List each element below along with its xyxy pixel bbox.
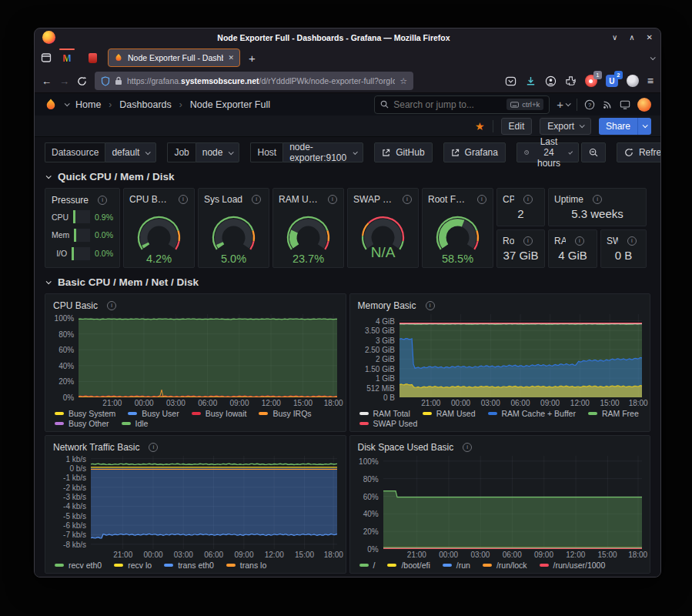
info-icon[interactable]: i — [426, 301, 435, 310]
firefox-view-icon[interactable] — [41, 52, 52, 63]
panel-title[interactable]: Network Traffic Basic — [53, 442, 139, 453]
panel-title[interactable]: Memory Basic — [358, 300, 416, 311]
minimize-button[interactable]: ∨ — [612, 33, 617, 42]
legend-item[interactable]: trans lo — [226, 561, 266, 570]
list-all-tabs-icon[interactable] — [650, 56, 654, 60]
info-icon[interactable]: i — [477, 195, 486, 204]
extension-red-icon[interactable]: 1 — [585, 75, 597, 87]
legend-item[interactable]: RAM Cache + Buffer — [488, 409, 576, 418]
tab-close-icon[interactable]: ✕ — [228, 54, 234, 62]
legend-item[interactable]: /run — [443, 561, 470, 570]
panel-title[interactable]: Root FS Used — [428, 194, 468, 205]
extension-blue-icon[interactable]: U 2 — [606, 75, 618, 87]
add-new-button[interactable]: + — [557, 98, 570, 111]
extensions-puzzle-icon[interactable] — [565, 75, 577, 87]
legend-item[interactable]: /run/lock — [483, 561, 527, 570]
datasource-select[interactable]: default — [105, 142, 156, 162]
legend-item[interactable]: Busy Iowait — [192, 409, 247, 418]
github-link-button[interactable]: GitHub — [374, 142, 432, 162]
lock-icon[interactable] — [115, 76, 122, 85]
info-icon[interactable]: i — [627, 236, 637, 246]
back-button[interactable]: ← — [42, 75, 52, 87]
share-button[interactable]: Share — [599, 118, 637, 135]
legend-item[interactable]: Busy Other — [55, 419, 109, 428]
tab-active[interactable]: Node Exporter Full - Dashbo ✕ — [108, 49, 240, 67]
job-select[interactable]: node — [196, 142, 240, 162]
extension-grey-icon[interactable] — [627, 75, 639, 87]
help-icon[interactable]: ? — [584, 99, 595, 110]
info-icon[interactable]: i — [593, 195, 602, 204]
search-input[interactable] — [393, 99, 502, 110]
time-range-picker[interactable]: Last 24 hours — [516, 142, 579, 162]
section-basic-cpu-mem-net-disk[interactable]: Basic CPU / Mem / Net / Disk — [46, 276, 650, 288]
info-icon[interactable]: i — [403, 195, 412, 204]
info-icon[interactable]: i — [252, 195, 261, 204]
export-button[interactable]: Export — [540, 118, 591, 135]
legend-item[interactable]: SWAP Used — [359, 419, 418, 428]
info-icon[interactable]: i — [523, 195, 533, 204]
zoom-out-button[interactable] — [581, 142, 606, 162]
legend-item[interactable]: / — [359, 561, 376, 570]
section-quick-cpu-mem-disk[interactable]: Quick CPU / Mem / Disk — [46, 171, 650, 182]
grafana-logo-icon[interactable] — [44, 98, 58, 112]
grafana-link-button[interactable]: Grafana — [443, 142, 506, 162]
tracking-shield-icon[interactable] — [101, 76, 110, 86]
edit-button[interactable]: Edit — [501, 118, 533, 135]
legend-item[interactable]: Busy System — [55, 409, 115, 418]
legend-item[interactable]: /boot/efi — [387, 561, 430, 570]
search-box[interactable]: ctrl+k — [374, 95, 550, 114]
info-icon[interactable]: i — [149, 443, 158, 452]
user-avatar[interactable] — [637, 98, 651, 112]
pinned-tab-gmail[interactable]: M — [57, 49, 77, 67]
reload-icon[interactable] — [77, 76, 87, 86]
refresh-button[interactable]: Refresh — [617, 142, 660, 162]
panel-title[interactable]: SWAP Used — [353, 194, 393, 205]
panel-title[interactable]: RAM Total — [554, 236, 566, 246]
panel-title[interactable]: CPU Basic — [53, 300, 98, 311]
monitor-icon[interactable] — [620, 99, 630, 110]
info-icon[interactable]: i — [98, 196, 107, 205]
panel-title[interactable]: RAM Used — [279, 194, 319, 205]
forward-button[interactable]: → — [59, 75, 69, 87]
news-rss-icon[interactable] — [602, 99, 613, 110]
close-button[interactable]: ✕ — [647, 33, 653, 42]
panel-title[interactable]: Uptime — [554, 194, 583, 205]
pocket-icon[interactable] — [505, 75, 516, 87]
info-icon[interactable]: i — [575, 236, 584, 246]
legend-item[interactable]: Busy User — [128, 409, 179, 418]
legend-item[interactable]: Idle — [122, 419, 149, 428]
panel-title[interactable]: Sys Load — [204, 194, 242, 205]
url-bar[interactable]: https://grafana.systemsobscure.net/d/rYd… — [95, 72, 413, 90]
host-select[interactable]: node-exporter:9100 — [282, 142, 363, 162]
info-icon[interactable]: i — [328, 195, 337, 204]
account-icon[interactable] — [545, 75, 557, 87]
breadcrumb-home[interactable]: Home — [75, 99, 101, 110]
new-tab-button[interactable]: + — [246, 52, 259, 65]
legend-item[interactable]: RAM Total — [359, 409, 410, 418]
menu-hamburger-icon[interactable]: ≡ — [647, 75, 654, 87]
maximize-button[interactable]: ∧ — [629, 33, 634, 42]
chart-plot[interactable] — [91, 456, 337, 549]
org-switcher-chevron-icon[interactable] — [65, 101, 70, 106]
info-icon[interactable]: i — [107, 301, 116, 310]
legend-item[interactable]: RAM Free — [588, 409, 639, 418]
legend-item[interactable]: recv eth0 — [55, 561, 102, 570]
breadcrumb-dashboards[interactable]: Dashboards — [119, 99, 171, 110]
info-icon[interactable]: i — [179, 195, 188, 204]
panel-title[interactable]: SWAP Total — [607, 236, 618, 246]
info-icon[interactable]: i — [463, 443, 472, 452]
favorite-star-icon[interactable]: ★ — [475, 120, 485, 132]
panel-title[interactable]: CPU Cores — [503, 194, 514, 205]
pinned-tab-2[interactable] — [82, 49, 102, 67]
legend-item[interactable]: Busy IRQs — [259, 409, 311, 418]
legend-item[interactable]: RAM Used — [423, 409, 476, 418]
panel-title[interactable]: Disk Space Used Basic — [358, 442, 454, 453]
chart-plot[interactable] — [399, 314, 642, 397]
downloads-icon[interactable] — [525, 75, 537, 87]
chart-plot[interactable] — [79, 314, 337, 397]
info-icon[interactable]: i — [523, 236, 533, 246]
legend-item[interactable]: recv lo — [114, 561, 152, 570]
legend-item[interactable]: trans eth0 — [164, 561, 214, 570]
bookmark-star-icon[interactable]: ☆ — [399, 76, 407, 86]
panel-title[interactable]: Pressure — [52, 195, 89, 206]
